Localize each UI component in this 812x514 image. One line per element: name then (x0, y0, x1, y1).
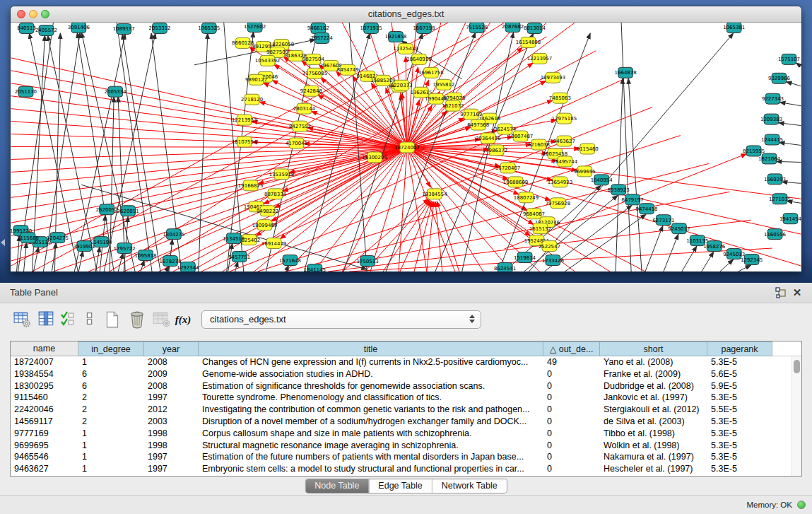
new-column-button[interactable] (103, 310, 123, 329)
network-view-canvas[interactable]: 8660128891295418226058982750981863289827… (11, 23, 801, 271)
graph-node[interactable]: 9466162 (307, 23, 329, 33)
show-columns-button[interactable] (37, 310, 57, 329)
table-chooser-select[interactable]: citations_edges.txt (201, 310, 481, 329)
graph-node[interactable]: 12975185 (552, 113, 577, 124)
svg-text:7986372: 7986372 (486, 148, 507, 153)
graph-node[interactable]: 1841145 (304, 264, 326, 271)
graph-node[interactable]: 9699695 (574, 166, 596, 177)
graph-node[interactable]: 1065325 (198, 23, 220, 33)
graph-node[interactable]: 10973493 (541, 72, 565, 83)
table-row[interactable]: 1938455462009Genome-wide association stu… (11, 368, 792, 380)
graph-node[interactable]: 840513 (17, 23, 36, 33)
graph-node[interactable]: 7957224 (311, 33, 334, 43)
table-row[interactable]: 1830029562008Estimation of significance … (11, 380, 792, 392)
graph-node[interactable]: 1569293 (764, 174, 786, 185)
svg-text:6497568: 6497568 (467, 122, 489, 128)
column-header-out-de-[interactable]: △ out_de... (543, 341, 600, 356)
table-row[interactable]: 946362711997Embryonic stem cells: a mode… (11, 463, 792, 475)
column-header-in-degree[interactable]: in_degree (78, 341, 144, 356)
graph-node[interactable]: 31756085 (302, 68, 327, 78)
graph-node[interactable]: 1065381 (723, 23, 745, 33)
graph-node[interactable]: 19384554 (422, 189, 447, 199)
graph-node[interactable]: 1244415 (761, 134, 783, 145)
column-header-year[interactable]: year (144, 341, 199, 356)
graph-node[interactable]: 1921858 (385, 31, 407, 42)
graph-node[interactable]: 1089337 (113, 23, 135, 34)
select-all-button[interactable] (59, 310, 79, 329)
graph-node[interactable]: 1941454 (779, 214, 801, 224)
table-cell: 5.3E-5 (707, 356, 772, 368)
graph-node[interactable]: 18107554 (232, 136, 257, 147)
graph-node[interactable]: 2718120 (241, 94, 263, 105)
float-panel-button[interactable] (775, 287, 788, 298)
graph-node[interactable]: 9457751 (228, 252, 250, 262)
tab-network-table[interactable]: Network Table (432, 479, 507, 493)
graph-node[interactable]: 13535918 (269, 169, 294, 180)
graph-node[interactable]: 16961758 (418, 67, 443, 78)
window-titlebar[interactable]: citations_edges.txt (11, 6, 801, 23)
graph-node[interactable]: 1733426 (542, 255, 564, 266)
graph-node[interactable]: 8813014 (524, 23, 546, 33)
graph-node[interactable]: 3091406 (68, 23, 90, 33)
table-row[interactable]: 1456911722003Disruption of a novel membe… (11, 416, 792, 428)
graph-node[interactable]: 6273171 (652, 215, 674, 226)
table-settings-button[interactable] (13, 310, 33, 329)
graph-node[interactable]: 1750513 (357, 256, 379, 267)
graph-node[interactable]: 16914479 (261, 238, 286, 249)
table-row[interactable]: 969969511998Structural magnetic resonanc… (11, 440, 792, 452)
graph-node[interactable]: 1571648 (279, 255, 301, 266)
tab-node-table[interactable]: Node Table (305, 479, 368, 493)
graph-node[interactable]: 8660128 (232, 37, 254, 48)
graph-node[interactable]: 7485063 (549, 93, 571, 103)
graph-node[interactable]: 8215955 (743, 146, 765, 156)
column-header-name[interactable]: name (11, 341, 78, 356)
table-row[interactable]: 977716911998Corpus callosum shape and si… (11, 428, 792, 440)
function-builder-button[interactable]: f(x) (172, 310, 194, 329)
graph-node[interactable]: 1071915 (360, 23, 382, 33)
tab-edge-table[interactable]: Edge Table (368, 479, 431, 493)
table-row[interactable]: 946554611997Estimation of the future num… (11, 451, 792, 463)
delete-table-button-disabled[interactable] (151, 310, 171, 329)
graph-node[interactable]: 2087682 (502, 23, 524, 32)
column-header-short[interactable]: short (600, 341, 707, 356)
graph-node[interactable]: 1095818 (135, 250, 157, 261)
svg-text:10973493: 10973493 (541, 75, 565, 81)
table-cell: Genome-wide association studies in ADHD. (199, 368, 543, 380)
table-row[interactable]: 911546021997Tourette syndrome. Phenomeno… (11, 392, 792, 404)
graph-node[interactable]: 20364436 (476, 133, 500, 144)
graph-node[interactable]: 2005334 (105, 86, 127, 97)
collapse-panel-arrow[interactable] (1, 239, 5, 246)
table-row[interactable]: 1872400712008Changes of HCN gene express… (11, 356, 792, 368)
column-header-title[interactable]: title (199, 341, 543, 356)
graph-node[interactable]: 1527602 (244, 23, 266, 32)
delete-columns-button[interactable] (127, 310, 147, 329)
row-height-button[interactable] (82, 310, 102, 329)
graph-node[interactable]: 9474418 (636, 204, 658, 214)
table-cell: 5.3E-5 (707, 428, 772, 440)
table-row[interactable]: 2242004622012Investigating the contribut… (11, 404, 792, 416)
graph-node[interactable]: 18640910 (406, 54, 431, 64)
graph-node[interactable]: 9245012 (668, 223, 690, 234)
graph-node[interactable]: 8938923 (608, 185, 630, 195)
table-vertical-scrollbar[interactable] (792, 356, 801, 476)
graph-node[interactable]: 12213957 (527, 53, 552, 64)
close-panel-button[interactable]: ✕ (791, 287, 804, 298)
graph-node[interactable]: 18099489 (252, 220, 277, 230)
graph-node[interactable]: 2051170 (15, 86, 37, 97)
graph-node[interactable]: 1664878 (615, 67, 637, 78)
graph-node[interactable]: 79756928 (546, 198, 570, 209)
graph-node[interactable]: 12213933 (232, 115, 257, 125)
graph-node[interactable]: 1304275 (163, 229, 184, 240)
graph-node[interactable]: 1621064 (758, 153, 781, 164)
graph-node[interactable]: 16154808 (516, 37, 541, 47)
graph-node[interactable]: 2053312 (148, 23, 170, 33)
graph-node[interactable]: 1840954 (591, 175, 613, 185)
graph-node[interactable]: 13654923 (548, 177, 572, 187)
graph-node[interactable]: 2405572 (35, 25, 57, 35)
scrollbar-thumb[interactable] (794, 360, 800, 373)
graph-node[interactable]: 9115460 (577, 144, 599, 154)
graph-node[interactable]: 1795722 (114, 243, 136, 254)
graph-node[interactable]: 8427552 (289, 121, 311, 132)
column-header-pagerank[interactable]: pagerank (707, 341, 772, 356)
memory-status-indicator[interactable] (797, 501, 806, 509)
